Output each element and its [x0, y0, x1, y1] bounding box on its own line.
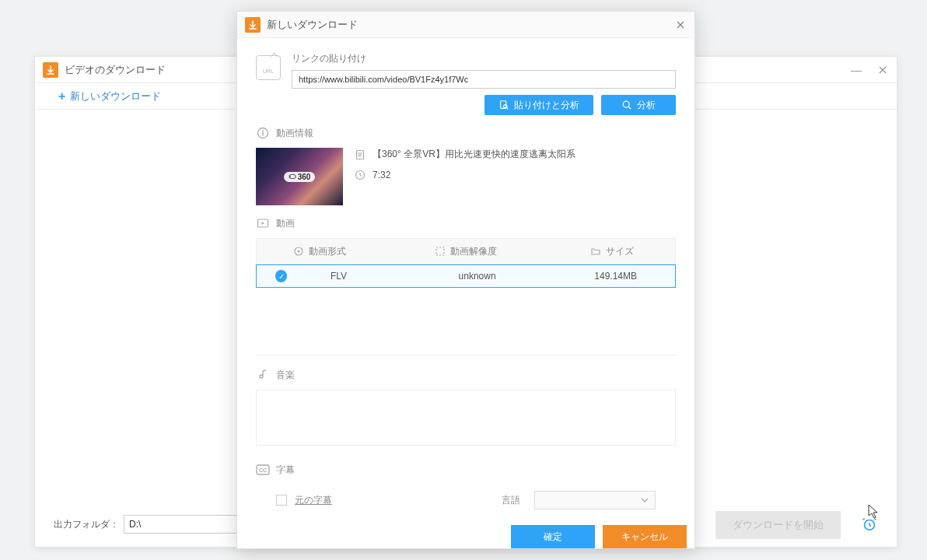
format-table-header: 動画形式 動画解像度 サイズ: [256, 238, 676, 264]
clipboard-search-icon: [498, 100, 509, 110]
video-title: 【360° 全景VR】用比光速更快的速度逃离太阳系: [373, 148, 575, 161]
url-input[interactable]: [292, 70, 676, 89]
svg-text:CC: CC: [259, 467, 267, 473]
app-logo-icon: [43, 62, 58, 78]
row-resolution: unknown: [459, 271, 496, 282]
thumb-360-badge: 360: [284, 172, 316, 182]
info-icon: [256, 126, 270, 140]
cancel-button[interactable]: キャンセル: [603, 525, 687, 548]
language-label: 言語: [502, 494, 526, 507]
url-icon: URL: [256, 55, 281, 80]
link-paste-label: リンクの貼り付け: [292, 52, 676, 65]
original-subtitle-checkbox[interactable]: [276, 495, 287, 506]
new-download-button[interactable]: + 新しいダウンロード: [58, 89, 161, 103]
music-list: [256, 390, 676, 446]
dialog-close-button[interactable]: [674, 19, 687, 31]
music-icon: [256, 368, 270, 382]
svg-point-2: [504, 105, 507, 108]
clock-icon: [354, 169, 366, 181]
video-thumbnail: 360: [256, 148, 343, 205]
document-icon: [354, 149, 366, 161]
dialog-logo-icon: [245, 17, 261, 33]
output-folder-input[interactable]: [124, 515, 240, 534]
chevron-down-icon: [641, 498, 649, 502]
close-button[interactable]: [876, 64, 889, 76]
folder-icon: [590, 246, 601, 257]
resolution-icon: [435, 246, 446, 257]
subtitle-section-header: CC 字幕: [256, 463, 676, 477]
dialog-titlebar: 新しいダウンロード: [237, 12, 694, 38]
search-icon: [621, 100, 632, 110]
cc-icon: CC: [256, 463, 270, 477]
analyze-button[interactable]: 分析: [601, 95, 676, 115]
video-section-header: 動画: [256, 216, 676, 230]
dialog-footer: 確定 キャンセル: [237, 525, 694, 548]
video-info-header: 動画情報: [256, 126, 676, 140]
output-folder-label: 出力フォルダ：: [54, 518, 119, 531]
svg-rect-10: [436, 247, 444, 255]
music-section-header: 音楽: [256, 368, 676, 382]
paste-analyze-button[interactable]: 貼り付けと分析: [484, 95, 593, 115]
minimize-button[interactable]: —: [850, 64, 862, 76]
svg-point-3: [623, 101, 629, 107]
new-download-dialog: 新しいダウンロード URL リンクの貼り付け 貼り付けと分析 分析: [236, 11, 695, 549]
row-format: FLV: [279, 271, 398, 282]
language-select[interactable]: [534, 491, 656, 509]
dialog-title: 新しいダウンロード: [267, 18, 674, 32]
play-icon: [256, 216, 270, 230]
svg-point-9: [297, 250, 299, 253]
ok-button[interactable]: 確定: [511, 525, 595, 548]
plus-icon: +: [58, 89, 65, 103]
video-duration: 7:32: [373, 170, 390, 180]
original-subtitle-label: 元の字幕: [295, 494, 332, 507]
row-size: 149.14MB: [594, 271, 637, 282]
new-download-label: 新しいダウンロード: [70, 89, 161, 103]
alarm-clock-icon[interactable]: [861, 516, 878, 536]
format-row[interactable]: ✓ FLV unknown 149.14MB: [256, 264, 676, 288]
format-icon: [293, 246, 304, 257]
start-download-button[interactable]: ダウンロードを開始: [715, 511, 841, 539]
